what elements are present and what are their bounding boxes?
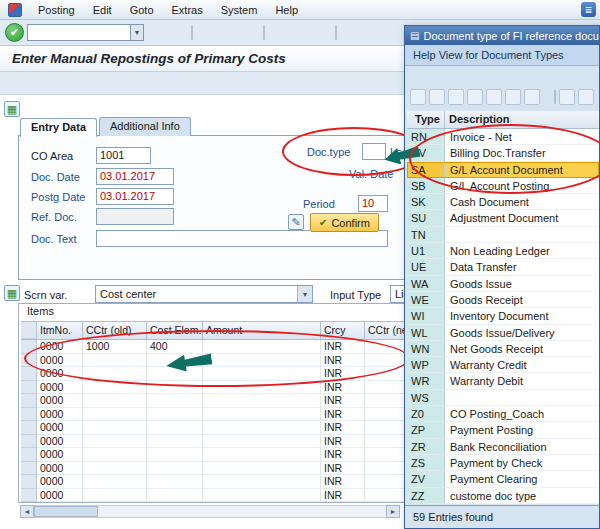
- cell-amount[interactable]: [203, 367, 321, 381]
- row-selector[interactable]: [21, 489, 37, 503]
- cell-cctr-old[interactable]: [83, 354, 147, 368]
- ref-doc-field[interactable]: [96, 208, 174, 225]
- row-selector[interactable]: [21, 408, 37, 422]
- filter-icon[interactable]: [578, 89, 594, 105]
- cell-itmno[interactable]: 0000: [37, 448, 83, 462]
- cell-cctr-old[interactable]: [83, 381, 147, 395]
- doc-type-row[interactable]: WS: [407, 390, 599, 406]
- help-icon[interactable]: [559, 89, 575, 105]
- confirm-prefix-icon[interactable]: ✎: [288, 214, 304, 230]
- cancel-icon[interactable]: [240, 24, 258, 42]
- cell-itmno[interactable]: 0000: [37, 394, 83, 408]
- enter-button[interactable]: ✔: [5, 23, 24, 42]
- cell-cost-elem[interactable]: [147, 354, 203, 368]
- cell-crcy[interactable]: INR: [321, 462, 365, 476]
- cell-amount[interactable]: [203, 435, 321, 449]
- apply-icon[interactable]: [410, 89, 426, 105]
- doc-type-field[interactable]: [362, 143, 386, 160]
- col-crcy[interactable]: Crcy: [321, 322, 365, 339]
- cell-cost-elem[interactable]: [147, 421, 203, 435]
- find-icon[interactable]: [448, 89, 464, 105]
- scrollbar-track[interactable]: [34, 505, 386, 518]
- cell-amount[interactable]: [203, 448, 321, 462]
- menu-item[interactable]: Goto: [130, 4, 154, 16]
- doc-type-row[interactable]: WN Net Goods Receipt: [407, 341, 599, 357]
- doc-type-row[interactable]: ZZ custome doc type: [407, 488, 599, 504]
- doc-type-row[interactable]: Z0 CO Posting_Coach: [407, 406, 599, 422]
- cell-cctr-old[interactable]: [83, 462, 147, 476]
- find-icon[interactable]: [291, 24, 309, 42]
- doc-type-row[interactable]: WE Goods Receipt: [407, 292, 599, 308]
- doc-type-row[interactable]: WR Warranty Debit: [407, 373, 599, 389]
- cell-crcy[interactable]: INR: [321, 367, 365, 381]
- doc-type-row[interactable]: TN: [407, 227, 599, 243]
- doc-type-row[interactable]: SK Cash Document: [407, 194, 599, 210]
- col-cost-elem[interactable]: Cost Elem.: [147, 322, 203, 339]
- find-next-icon[interactable]: [312, 24, 330, 42]
- scroll-right-icon[interactable]: ►: [386, 505, 400, 518]
- command-input[interactable]: [27, 24, 131, 41]
- tab-additional-info[interactable]: Additional Info: [99, 117, 191, 136]
- doc-type-row[interactable]: WP Warranty Credit: [407, 357, 599, 373]
- scroll-left-icon[interactable]: ◄: [20, 505, 34, 518]
- next-page-icon[interactable]: [384, 24, 402, 42]
- first-page-icon[interactable]: [342, 24, 360, 42]
- doc-type-row[interactable]: ZS Payment by Check: [407, 455, 599, 471]
- command-dropdown-icon[interactable]: ▼: [131, 24, 144, 41]
- row-selector[interactable]: [21, 394, 37, 408]
- cell-crcy[interactable]: INR: [321, 489, 365, 503]
- col-amount[interactable]: Amount: [203, 322, 321, 339]
- col-cctr-old[interactable]: CCtr (old): [83, 322, 147, 339]
- cell-cctr-old[interactable]: [83, 367, 147, 381]
- screen-variant-select[interactable]: Cost center ▼: [95, 285, 313, 303]
- cell-itmno[interactable]: 0000: [37, 421, 83, 435]
- cell-itmno[interactable]: 0000: [37, 367, 83, 381]
- postg-date-field[interactable]: 03.01.2017: [96, 188, 174, 205]
- cell-itmno[interactable]: 0000: [37, 489, 83, 503]
- cell-crcy[interactable]: INR: [321, 448, 365, 462]
- scrollbar-thumb[interactable]: [34, 506, 98, 517]
- cell-cctr-old[interactable]: [83, 489, 147, 503]
- measurements-icon[interactable]: [486, 89, 502, 105]
- doc-type-row[interactable]: RN Invoice - Net: [407, 129, 599, 145]
- cell-crcy[interactable]: INR: [321, 394, 365, 408]
- cell-crcy[interactable]: INR: [321, 421, 365, 435]
- cell-cctr-old[interactable]: 1000: [83, 340, 147, 354]
- row-selector[interactable]: [21, 475, 37, 489]
- cell-cost-elem[interactable]: [147, 489, 203, 503]
- col-description[interactable]: Description: [445, 111, 599, 128]
- row-selector[interactable]: [21, 448, 37, 462]
- cell-cost-elem[interactable]: [147, 448, 203, 462]
- cell-amount[interactable]: [203, 462, 321, 476]
- favorites-icon[interactable]: [505, 89, 521, 105]
- doc-type-row[interactable]: WI Inventory Document: [407, 308, 599, 324]
- exit-icon[interactable]: [219, 24, 237, 42]
- cell-cost-elem[interactable]: [147, 381, 203, 395]
- period-field[interactable]: 10: [358, 195, 388, 212]
- header-selector[interactable]: [21, 322, 37, 339]
- menu-item[interactable]: Help: [275, 4, 298, 16]
- cell-itmno[interactable]: 0000: [37, 340, 83, 354]
- cell-crcy[interactable]: INR: [321, 435, 365, 449]
- confirm-button[interactable]: ✔ Confirm: [310, 213, 379, 232]
- cell-amount[interactable]: [203, 475, 321, 489]
- cell-amount[interactable]: [203, 394, 321, 408]
- prev-page-icon[interactable]: [363, 24, 381, 42]
- cell-cost-elem[interactable]: [147, 367, 203, 381]
- cell-amount[interactable]: [203, 340, 321, 354]
- cell-amount[interactable]: [203, 354, 321, 368]
- cell-amount[interactable]: [203, 381, 321, 395]
- col-type[interactable]: Type▲: [407, 111, 445, 128]
- cell-crcy[interactable]: INR: [321, 354, 365, 368]
- dialog-title-bar[interactable]: ▤ Document type of FI reference docu: [405, 26, 599, 45]
- row-selector[interactable]: [21, 354, 37, 368]
- cell-cost-elem[interactable]: [147, 394, 203, 408]
- cell-crcy[interactable]: INR: [321, 340, 365, 354]
- doc-type-row[interactable]: SB G/L Account Posting: [407, 178, 599, 194]
- cell-itmno[interactable]: 0000: [37, 354, 83, 368]
- cell-itmno[interactable]: 0000: [37, 462, 83, 476]
- cell-cctr-old[interactable]: [83, 475, 147, 489]
- menu-item[interactable]: System: [221, 4, 258, 16]
- find-next-icon[interactable]: [467, 89, 483, 105]
- doc-type-row[interactable]: WL Goods Issue/Delivery: [407, 325, 599, 341]
